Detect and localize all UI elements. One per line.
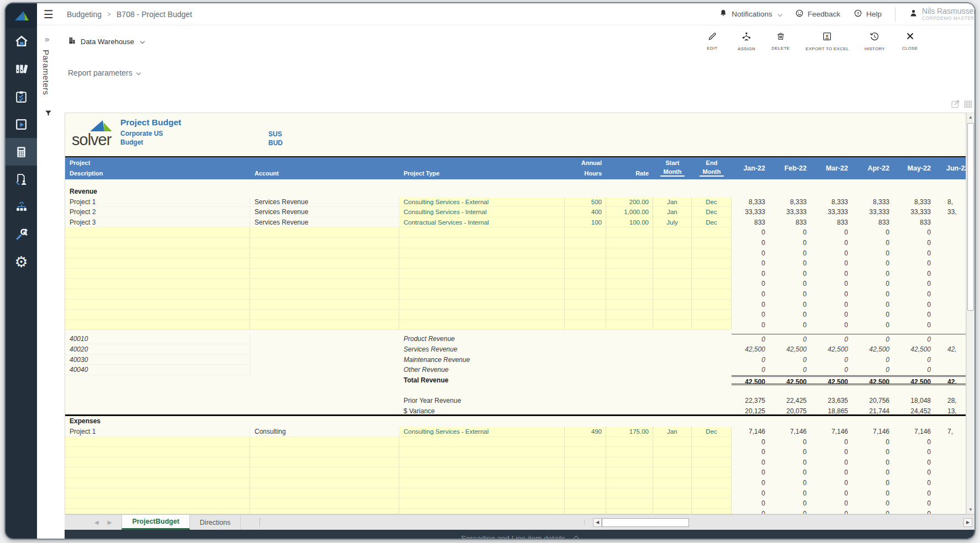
cell-start-month[interactable] — [653, 269, 692, 279]
cell-start-month[interactable] — [653, 248, 692, 259]
cell-end-month[interactable] — [692, 509, 732, 514]
cell-end-month[interactable] — [692, 238, 732, 248]
user-menu[interactable]: Nils Rasmussen CorpDemo Master — [909, 7, 976, 21]
tab-projectbudget[interactable]: ProjectBudget — [121, 515, 189, 530]
cell-rate[interactable] — [606, 269, 653, 279]
cell-description[interactable] — [65, 320, 250, 331]
cell-account[interactable] — [250, 488, 399, 499]
cell-end-month[interactable] — [692, 498, 732, 509]
cell-rate[interactable] — [606, 258, 653, 269]
cell-start-month[interactable]: Jan — [653, 207, 692, 217]
cell-annual-hours[interactable] — [565, 457, 606, 468]
cell-account[interactable] — [250, 447, 399, 457]
cell-rate[interactable] — [606, 509, 653, 514]
assign-button[interactable]: ASSIGN — [737, 31, 756, 51]
cell-end-month[interactable]: Dec — [692, 197, 732, 207]
sidebar-item-home[interactable] — [6, 28, 37, 55]
cell-account[interactable] — [250, 467, 399, 478]
cell-rate[interactable]: 100.00 — [606, 217, 653, 228]
tabs-next-icon[interactable]: ▶ — [108, 519, 112, 525]
cell-rate[interactable] — [606, 320, 653, 331]
cell-account[interactable] — [250, 509, 399, 514]
cell-start-month[interactable] — [653, 300, 692, 310]
spreading-drawer-toggle[interactable]: Spreading and Line item details — [65, 530, 974, 540]
cell-end-month[interactable] — [692, 478, 732, 488]
notifications-button[interactable]: Notifications — [719, 9, 782, 19]
cell-project-type[interactable]: Consulting Services - External — [399, 427, 565, 437]
cell-project-type[interactable] — [399, 289, 565, 300]
cell-account[interactable] — [250, 300, 399, 310]
cell-account[interactable] — [250, 248, 399, 259]
cell-project-type[interactable] — [399, 447, 565, 457]
cell-rate[interactable] — [606, 467, 653, 478]
cell-start-month[interactable] — [653, 289, 692, 300]
sidebar-item-settings[interactable]: ⚙ — [6, 248, 37, 276]
cell-annual-hours[interactable]: 500 — [565, 197, 606, 207]
cell-description[interactable] — [65, 447, 250, 457]
scroll-up-icon[interactable]: ▲ — [967, 113, 974, 121]
tabs-prev-icon[interactable]: ◀ — [94, 519, 99, 525]
close-button[interactable]: CLOSE — [900, 31, 919, 51]
cell-description[interactable] — [65, 289, 250, 300]
hamburger-menu-icon[interactable]: ☰ — [44, 9, 54, 20]
cell-annual-hours[interactable] — [565, 300, 606, 310]
cell-project-type[interactable]: Consulting Services - External — [399, 197, 565, 207]
popout-edit-icon[interactable] — [951, 99, 960, 111]
sidebar-item-reports[interactable] — [6, 110, 37, 138]
cell-end-month[interactable] — [692, 437, 732, 448]
cell-account[interactable] — [250, 310, 399, 320]
sidebar-item-tasks[interactable] — [6, 83, 37, 110]
cell-end-month[interactable] — [692, 227, 732, 238]
cell-account[interactable] — [250, 320, 399, 331]
cell-annual-hours[interactable] — [565, 238, 606, 248]
cell-project-type[interactable] — [399, 320, 565, 331]
cell-end-month[interactable] — [692, 248, 732, 259]
cell-annual-hours[interactable] — [565, 279, 606, 289]
scroll-down-icon[interactable]: ▼ — [967, 505, 974, 514]
cell-end-month[interactable] — [692, 310, 732, 320]
cell-description[interactable] — [65, 478, 250, 488]
cell-start-month[interactable] — [653, 488, 692, 499]
cell-project-type[interactable] — [399, 437, 565, 448]
horizontal-scroll-thumb[interactable] — [602, 518, 689, 527]
cell-annual-hours[interactable]: 100 — [565, 217, 606, 228]
cell-rate[interactable] — [606, 289, 653, 300]
cell-end-month[interactable]: Dec — [692, 217, 732, 228]
cell-rate[interactable] — [606, 437, 653, 448]
cell-description[interactable] — [65, 437, 250, 448]
cell-start-month[interactable] — [653, 467, 692, 478]
cell-annual-hours[interactable] — [565, 509, 606, 514]
cell-start-month[interactable] — [653, 258, 692, 269]
cell-description[interactable] — [65, 258, 250, 269]
breadcrumb-budgeting[interactable]: Budgeting — [67, 10, 102, 19]
filter-icon[interactable] — [44, 109, 52, 120]
cell-start-month[interactable] — [653, 238, 692, 248]
cell-project-type[interactable] — [399, 310, 565, 320]
cell-description[interactable] — [65, 269, 250, 279]
cell-rate[interactable]: 200.00 — [606, 197, 653, 207]
sidebar-item-budgeting[interactable] — [6, 138, 37, 166]
cell-description[interactable] — [65, 488, 250, 499]
cell-annual-hours[interactable] — [565, 488, 606, 499]
cell-start-month[interactable] — [653, 498, 692, 509]
cell-description[interactable] — [65, 279, 250, 289]
vertical-scrollbar[interactable]: ▲ ▼ — [966, 113, 975, 514]
cell-rate[interactable]: 175.00 — [606, 427, 653, 437]
cell-description[interactable] — [65, 227, 250, 238]
sidebar-item-assignments[interactable] — [6, 166, 37, 193]
cell-start-month[interactable]: Jan — [653, 197, 692, 207]
cell-rate[interactable] — [606, 310, 653, 320]
cell-start-month[interactable] — [653, 227, 692, 238]
cell-project-type[interactable] — [399, 300, 565, 310]
cell-rate[interactable] — [606, 488, 653, 499]
cell-project-type[interactable] — [399, 498, 565, 509]
sidebar-item-process[interactable] — [6, 193, 37, 221]
cell-annual-hours[interactable]: 400 — [565, 207, 606, 217]
cell-account[interactable] — [250, 279, 399, 289]
cell-annual-hours[interactable] — [565, 478, 606, 488]
cell-account[interactable] — [250, 289, 399, 300]
cell-project-type[interactable] — [399, 258, 565, 269]
cell-rate[interactable] — [606, 498, 653, 509]
cell-description[interactable] — [65, 248, 250, 259]
cell-end-month[interactable]: Dec — [692, 207, 732, 217]
